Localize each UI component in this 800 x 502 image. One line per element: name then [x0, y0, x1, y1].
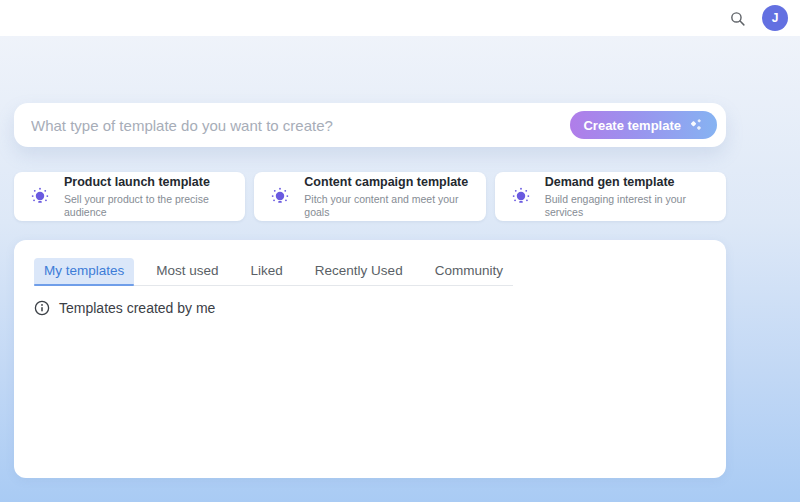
- suggestion-description: Sell your product to the precise audienc…: [64, 193, 237, 218]
- empty-state-message: Templates created by me: [59, 300, 215, 316]
- info-icon: [34, 300, 50, 316]
- suggestion-title: Product launch template: [64, 175, 237, 190]
- template-prompt-bar: Create template: [14, 103, 726, 147]
- create-template-button[interactable]: Create template: [570, 111, 717, 139]
- tab-liked[interactable]: Liked: [241, 258, 293, 285]
- suggestion-card-content-campaign[interactable]: Content campaign template Pitch your con…: [254, 172, 485, 221]
- tab-most-used[interactable]: Most used: [146, 258, 228, 285]
- suggestion-description: Pitch your content and meet your goals: [304, 193, 477, 218]
- suggestion-card-product-launch[interactable]: Product launch template Sell your produc…: [14, 172, 245, 221]
- top-bar: J: [0, 0, 800, 36]
- search-icon[interactable]: [727, 8, 747, 28]
- empty-state-row: Templates created by me: [34, 300, 706, 316]
- lightbulb-icon: [29, 186, 51, 208]
- create-template-label: Create template: [583, 118, 681, 133]
- tab-my-templates[interactable]: My templates: [34, 258, 134, 285]
- sparkles-icon: [689, 118, 704, 133]
- lightbulb-icon: [269, 186, 291, 208]
- avatar[interactable]: J: [762, 5, 788, 31]
- tab-community[interactable]: Community: [425, 258, 513, 285]
- tab-recently-used[interactable]: Recently Used: [305, 258, 413, 285]
- suggestion-title: Demand gen template: [545, 175, 718, 190]
- templates-panel: My templates Most used Liked Recently Us…: [14, 240, 726, 478]
- suggestion-description: Build engaging interest in your services: [545, 193, 718, 218]
- lightbulb-icon: [510, 186, 532, 208]
- template-suggestions: Product launch template Sell your produc…: [14, 172, 726, 221]
- templates-tabs: My templates Most used Liked Recently Us…: [34, 258, 513, 286]
- page-background: Create template: [0, 36, 800, 502]
- suggestion-card-demand-gen[interactable]: Demand gen template Build engaging inter…: [495, 172, 726, 221]
- template-prompt-input[interactable]: [31, 117, 570, 134]
- suggestion-title: Content campaign template: [304, 175, 477, 190]
